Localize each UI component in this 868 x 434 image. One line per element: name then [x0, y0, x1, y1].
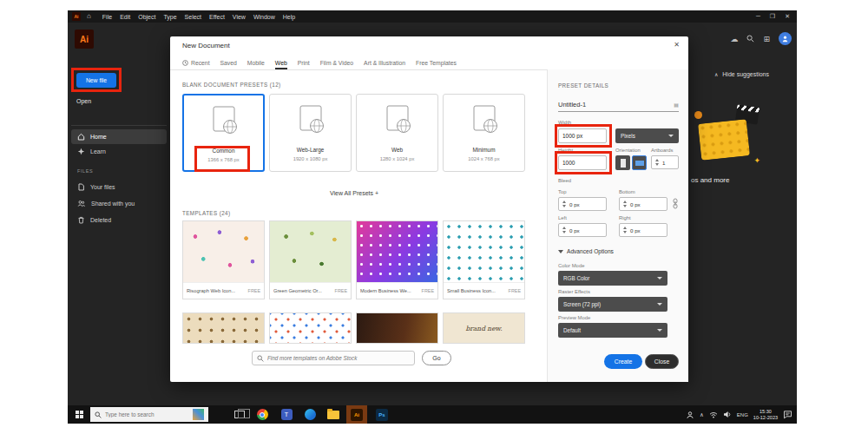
stepper-arrows-icon[interactable] — [623, 201, 627, 207]
open-button[interactable]: Open — [76, 98, 91, 104]
template-card-risograph[interactable]: Risograph Web Icon...FREE — [182, 220, 265, 299]
template-card-partial[interactable] — [269, 312, 352, 344]
sidebar-item-learn[interactable]: Learn — [71, 144, 167, 159]
tab-recent[interactable]: Recent — [182, 60, 210, 69]
sidebar-item-your-files[interactable]: Your files — [71, 179, 167, 195]
tab-mobile[interactable]: Mobile — [247, 60, 265, 69]
promo-illustration: ✦ — [694, 102, 760, 170]
go-button[interactable]: Go — [422, 351, 451, 365]
menu-view[interactable]: View — [233, 14, 246, 20]
width-input[interactable] — [558, 128, 607, 143]
notification-icon[interactable] — [783, 410, 792, 419]
star-icon — [77, 148, 85, 155]
units-dropdown[interactable]: Pixels — [615, 128, 679, 143]
template-card-modern-business[interactable]: Modern Business We...FREE — [356, 220, 438, 299]
bleed-left-label: Left — [558, 215, 567, 220]
photoshop-taskbar-button[interactable]: Ps — [372, 405, 392, 424]
template-card-partial[interactable]: brand new. — [443, 312, 525, 344]
template-thumbnail — [270, 221, 351, 282]
hide-suggestions[interactable]: ∧ Hide suggestions — [714, 71, 769, 77]
tab-saved[interactable]: Saved — [220, 60, 237, 69]
orientation-landscape-icon[interactable] — [632, 155, 647, 170]
tab-film-video[interactable]: Film & Video — [320, 60, 353, 69]
sidebar-item-deleted[interactable]: Deleted — [71, 212, 167, 228]
start-button[interactable] — [68, 405, 90, 424]
advanced-options-toggle[interactable]: Advanced Options — [558, 248, 614, 254]
artboards-stepper[interactable]: 1 — [651, 155, 679, 169]
close-window-icon[interactable]: ✕ — [785, 13, 790, 20]
taskbar-clock[interactable]: 15:30 10-12-2023 — [753, 409, 778, 420]
minimize-icon[interactable]: ─ — [756, 13, 760, 20]
menu-effect[interactable]: Effect — [209, 14, 225, 20]
edge-button[interactable] — [299, 405, 320, 424]
view-all-presets-link[interactable]: View All Presets + — [182, 190, 526, 196]
menu-select[interactable]: Select — [185, 14, 201, 20]
template-card-partial[interactable] — [356, 312, 438, 344]
bleed-left-stepper[interactable]: 0 px — [558, 223, 607, 237]
bleed-right-stepper[interactable]: 0 px — [619, 223, 667, 237]
document-name-field[interactable]: Untitled-1 ▤ — [558, 101, 679, 112]
home-icon[interactable]: ⌂ — [87, 12, 91, 21]
stepper-arrows-icon[interactable] — [623, 227, 627, 233]
taskbar-search[interactable] — [90, 407, 208, 422]
sidebar-item-shared[interactable]: Shared with you — [71, 195, 167, 212]
profile-avatar[interactable] — [779, 32, 792, 45]
folder-graphic — [698, 119, 750, 161]
orientation-portrait-icon[interactable] — [615, 155, 630, 170]
link-bleed-icon[interactable] — [671, 198, 680, 209]
menu-window[interactable]: Window — [253, 14, 275, 20]
template-card-small-business[interactable]: Small Business Icon...FREE — [443, 220, 525, 299]
menu-type[interactable]: Type — [163, 14, 176, 20]
dialog-close-icon[interactable]: ✕ — [674, 41, 680, 49]
close-button[interactable]: Close — [645, 354, 679, 369]
template-thumbnail — [183, 221, 264, 282]
sidebar-item-home[interactable]: Home — [71, 129, 167, 144]
preset-card-common[interactable]: Common 1366 x 768 px — [182, 94, 265, 172]
volume-icon[interactable] — [723, 411, 732, 418]
stepper-arrows-icon[interactable] — [562, 227, 566, 233]
tab-free-templates[interactable]: Free Templates — [416, 60, 457, 69]
bleed-top-stepper[interactable]: 0 px — [558, 197, 607, 211]
menu-object[interactable]: Object — [138, 14, 155, 20]
preset-card-web[interactable]: Web 1280 x 1024 px — [356, 94, 438, 172]
create-button[interactable]: Create — [604, 354, 642, 369]
restore-icon[interactable]: ❐ — [770, 13, 775, 20]
preset-card-minimum[interactable]: Minimum 1024 x 768 px — [443, 94, 525, 172]
template-card-partial[interactable] — [182, 312, 265, 344]
people-tray-icon[interactable] — [686, 411, 694, 419]
height-input[interactable] — [558, 155, 607, 170]
tab-web[interactable]: Web — [275, 60, 287, 69]
new-file-button[interactable]: New file — [76, 73, 116, 88]
preset-details-panel: PRESET DETAILS Untitled-1 ▤ Width Pixels… — [547, 69, 688, 382]
wifi-icon[interactable] — [709, 411, 718, 418]
template-search[interactable] — [252, 351, 415, 365]
bleed-bottom-stepper[interactable]: 0 px — [619, 197, 667, 211]
search-icon[interactable] — [746, 35, 754, 43]
apps-grid-icon[interactable]: ⊞ — [763, 35, 770, 43]
tray-expand-icon[interactable]: ∧ — [700, 411, 704, 418]
file-explorer-button[interactable] — [323, 405, 344, 424]
stepper-arrows-icon[interactable] — [562, 201, 566, 207]
preset-card-web-large[interactable]: Web-Large 1920 x 1080 px — [269, 94, 352, 172]
menu-edit[interactable]: Edit — [120, 14, 130, 20]
raster-effects-dropdown[interactable]: Screen (72 ppi) — [558, 297, 667, 312]
home-sidebar: Ai New file Open Home Learn FILES — [68, 23, 170, 405]
tab-art-illustration[interactable]: Art & Illustration — [364, 60, 405, 69]
search-highlight-icon[interactable] — [193, 409, 204, 420]
color-mode-dropdown[interactable]: RGB Color — [558, 271, 667, 286]
language-indicator[interactable]: ENG — [737, 412, 748, 418]
teams-button[interactable]: T — [276, 405, 297, 424]
chrome-button[interactable] — [252, 405, 273, 424]
cloud-icon[interactable]: ☁ — [730, 35, 738, 43]
tab-print[interactable]: Print — [298, 60, 310, 69]
taskbar-search-input[interactable] — [105, 411, 181, 418]
stepper-arrows-icon[interactable] — [655, 159, 659, 166]
menu-help[interactable]: Help — [283, 14, 295, 20]
template-card-green-geometric[interactable]: Green Geometric Or...FREE — [269, 220, 352, 299]
windows-taskbar: T Ai Ps ∧ ENG 15:30 10-12-2023 — [68, 405, 797, 424]
template-search-input[interactable] — [267, 355, 410, 361]
illustrator-taskbar-button[interactable]: Ai — [346, 405, 367, 424]
preview-mode-dropdown[interactable]: Default — [558, 323, 667, 338]
task-view-button[interactable] — [229, 405, 250, 424]
menu-file[interactable]: File — [102, 14, 112, 20]
